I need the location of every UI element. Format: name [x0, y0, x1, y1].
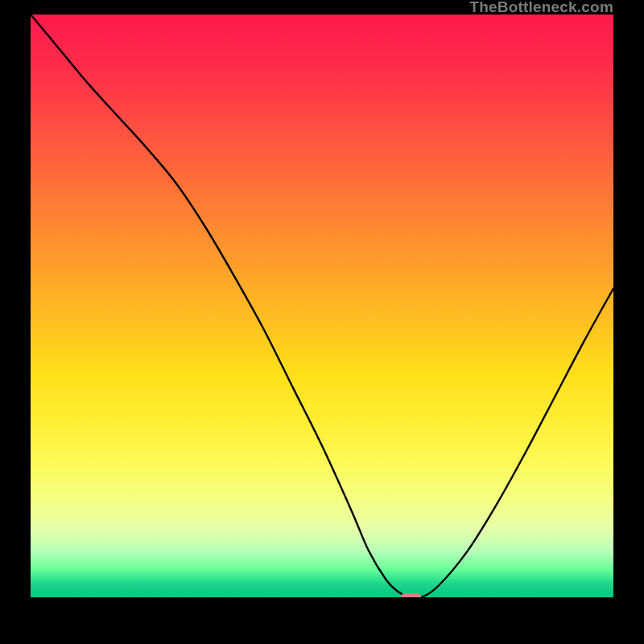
- chart-container: TheBottleneck.com: [0, 0, 644, 644]
- attribution-label: TheBottleneck.com: [469, 0, 613, 14]
- bottleneck-curve: [31, 14, 613, 597]
- plot-area: [31, 14, 613, 597]
- chart-svg: [31, 14, 613, 597]
- minimum-marker: [401, 593, 421, 597]
